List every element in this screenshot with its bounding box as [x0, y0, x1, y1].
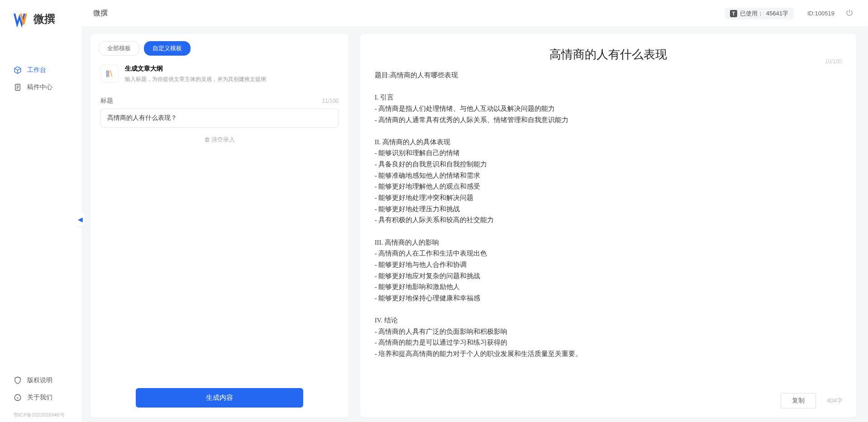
sidebar-item-label: 稿件中心	[27, 83, 52, 91]
output-title-counter: 10/100	[825, 58, 842, 65]
generate-button[interactable]: 生成内容	[136, 388, 303, 408]
input-panel: 全部模板 自定义模板 生成文章大纲 输入标题，为你提供文章主体的灵感，并为其创建…	[91, 34, 348, 417]
template-title: 生成文章大纲	[125, 65, 266, 73]
text-badge-icon: T	[730, 10, 737, 17]
sidebar-footer: 版权说明 关于我们	[0, 372, 81, 412]
logo-text: 微撰	[33, 12, 55, 26]
sidebar-item-label: 关于我们	[27, 394, 52, 402]
topbar: 微撰 T 已使用： 45641字 ID:100519	[81, 0, 868, 27]
output-panel: 高情商的人有什么表现 10/100 题目:高情商的人有哪些表现 I. 引言 - …	[360, 34, 856, 417]
page-title: 微撰	[93, 9, 108, 18]
output-word-count: 404字	[827, 397, 843, 405]
clear-input-button[interactable]: 🗑清空录入	[100, 136, 339, 144]
cube-icon	[14, 66, 22, 74]
logo: 微撰	[0, 0, 81, 34]
main-area: 全部模板 自定义模板 生成文章大纲 输入标题，为你提供文章主体的灵感，并为其创建…	[91, 34, 856, 417]
usage-label: 已使用：	[740, 9, 763, 18]
power-button[interactable]	[845, 9, 854, 19]
document-icon	[14, 83, 22, 91]
sidebar-item-copyright[interactable]: 版权说明	[14, 372, 81, 389]
tab-custom-template[interactable]: 自定义模板	[144, 41, 191, 56]
template-card: 生成文章大纲 输入标题，为你提供文章主体的灵感，并为其创建推文提纲	[91, 56, 348, 87]
template-tabs: 全部模板 自定义模板	[91, 34, 348, 56]
shield-icon	[14, 376, 22, 384]
usage-value: 45641字	[766, 9, 788, 18]
trash-icon: 🗑	[204, 136, 210, 143]
sidebar-nav: 工作台 稿件中心	[0, 34, 81, 372]
copy-button[interactable]: 复制	[781, 393, 816, 408]
sidebar-item-label: 工作台	[27, 66, 46, 74]
sidebar-item-workspace[interactable]: 工作台	[0, 62, 81, 79]
title-input[interactable]	[100, 109, 339, 128]
output-header: 高情商的人有什么表现 10/100	[360, 34, 856, 62]
output-footer: 复制 404字	[360, 387, 856, 417]
sidebar-item-about[interactable]: 关于我们	[14, 389, 81, 406]
logo-mark-icon	[13, 11, 29, 27]
sidebar: 微撰 工作台 稿件中心 版权说明 关于我们 鄂ICP备2022016946号	[0, 0, 81, 422]
tab-all-templates[interactable]: 全部模板	[99, 41, 139, 56]
template-icon	[100, 65, 119, 83]
sidebar-item-label: 版权说明	[27, 376, 52, 384]
title-field-label: 标题	[100, 97, 113, 105]
sidebar-item-drafts[interactable]: 稿件中心	[0, 79, 81, 96]
caret-left-icon: ◀	[78, 216, 83, 223]
title-field-section: 标题 11/100 🗑清空录入	[91, 87, 348, 144]
output-body[interactable]: 题目:高情商的人有哪些表现 I. 引言 - 高情商是指人们处理情绪、与他人互动以…	[360, 62, 856, 387]
title-field-counter: 11/100	[322, 98, 339, 104]
output-title[interactable]: 高情商的人有什么表现	[374, 47, 843, 62]
template-description: 输入标题，为你提供文章主体的灵感，并为其创建推文提纲	[125, 76, 266, 83]
user-id: ID:100519	[807, 10, 835, 17]
clear-label: 清空录入	[211, 136, 235, 143]
sidebar-collapse-button[interactable]: ◀	[76, 213, 85, 226]
icp-text: 鄂ICP备2022016946号	[0, 412, 81, 422]
info-icon	[14, 394, 22, 402]
power-icon	[845, 9, 854, 17]
usage-chip[interactable]: T 已使用： 45641字	[725, 8, 794, 19]
